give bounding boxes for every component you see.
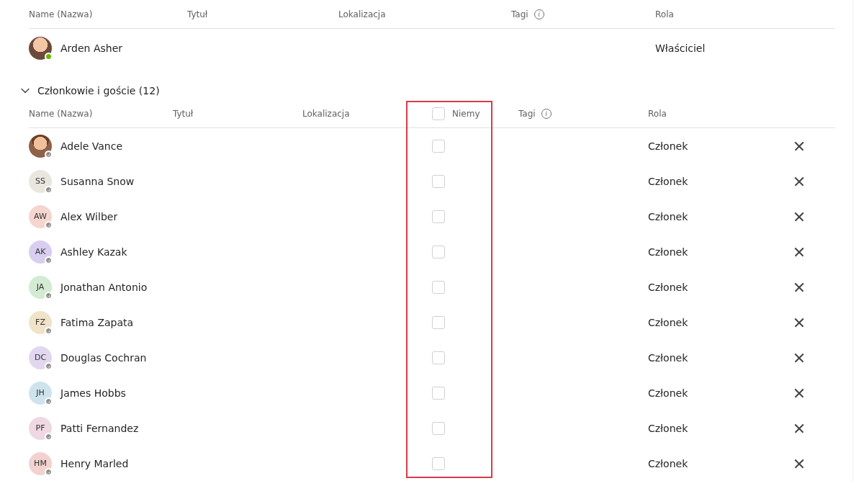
avatar[interactable]: JH: [29, 382, 52, 405]
header-mute-label: Niemy: [452, 109, 480, 119]
header-mute[interactable]: Niemy: [432, 107, 518, 120]
info-icon[interactable]: i: [541, 109, 552, 119]
member-role[interactable]: Członek: [648, 211, 778, 222]
remove-member-button[interactable]: [792, 386, 806, 400]
members-section-label: Członkowie i goście (12): [37, 85, 160, 96]
member-name: Ashley Kazak: [60, 246, 127, 258]
remove-member-button[interactable]: [792, 139, 806, 153]
member-mute-cell: [432, 387, 518, 400]
table-row[interactable]: FZFatima ZapataCzłonek: [29, 305, 835, 340]
remove-member-button[interactable]: [792, 245, 806, 259]
avatar[interactable]: AW: [29, 205, 52, 228]
presence-offline-icon: [45, 327, 53, 335]
members-table: Name (Nazwa) Tytuł Lokalizacja Niemy Tag…: [29, 99, 835, 481]
table-row[interactable]: JAJonathan AntonioCzłonek: [29, 269, 835, 305]
member-role[interactable]: Członek: [648, 140, 778, 152]
mute-checkbox[interactable]: [432, 351, 445, 364]
member-mute-cell: [432, 175, 518, 188]
info-icon[interactable]: i: [534, 9, 544, 19]
remove-member-button[interactable]: [792, 351, 806, 365]
scrollbar[interactable]: [852, 0, 863, 481]
avatar[interactable]: JA: [29, 276, 52, 299]
member-role[interactable]: Członek: [648, 176, 778, 187]
member-mute-cell: [432, 351, 518, 364]
remove-member-button[interactable]: [792, 456, 806, 471]
avatar[interactable]: HM: [29, 452, 52, 475]
member-role[interactable]: Członek: [648, 317, 778, 328]
member-mute-cell: [432, 422, 518, 435]
member-mute-cell: [432, 210, 518, 223]
header-role[interactable]: Rola: [655, 9, 770, 19]
remove-member-button[interactable]: [792, 174, 806, 189]
table-row[interactable]: DCDouglas CochranCzłonek: [29, 340, 835, 375]
avatar[interactable]: SS: [29, 170, 52, 193]
member-role[interactable]: Członek: [648, 246, 778, 258]
mute-checkbox[interactable]: [432, 281, 445, 294]
member-name: Adele Vance: [60, 140, 122, 152]
member-role[interactable]: Członek: [648, 387, 778, 399]
member-name: Jonathan Antonio: [60, 282, 147, 293]
header-location[interactable]: Lokalizacja: [338, 9, 511, 19]
header-tags[interactable]: Tagi i: [518, 109, 648, 119]
mute-checkbox[interactable]: [432, 246, 445, 258]
presence-offline-icon: [45, 468, 53, 476]
table-row[interactable]: HMHenry MarledCzłonek: [29, 446, 835, 481]
table-row[interactable]: Adele VanceCzłonek: [29, 128, 835, 163]
member-name: Henry Marled: [60, 458, 128, 469]
member-name: Fatima Zapata: [60, 317, 133, 328]
avatar[interactable]: AK: [29, 240, 52, 264]
remove-member-button[interactable]: [792, 280, 806, 294]
header-location[interactable]: Lokalizacja: [302, 109, 432, 119]
avatar[interactable]: PF: [29, 417, 52, 440]
table-row[interactable]: AKAshley KazakCzłonek: [29, 234, 835, 269]
mute-checkbox[interactable]: [432, 175, 445, 188]
member-name: Douglas Cochran: [60, 352, 146, 364]
mute-all-checkbox[interactable]: [432, 107, 445, 120]
avatar[interactable]: [29, 135, 52, 158]
member-role[interactable]: Członek: [648, 458, 778, 469]
presence-offline-icon: [45, 397, 53, 405]
member-name: Susanna Snow: [60, 176, 134, 187]
owner-name: Arden Asher: [60, 42, 122, 54]
header-name[interactable]: Name (Nazwa): [29, 109, 173, 119]
table-row[interactable]: SSSusanna SnowCzłonek: [29, 163, 835, 199]
mute-checkbox[interactable]: [432, 387, 445, 400]
avatar[interactable]: FZ: [29, 311, 52, 334]
member-mute-cell: [432, 316, 518, 329]
members-section-toggle[interactable]: Członkowie i goście (12): [14, 68, 850, 99]
presence-offline-icon: [45, 362, 53, 370]
owner-role[interactable]: Właściciel: [655, 42, 770, 54]
owner-row[interactable]: Arden Asher Właściciel: [29, 29, 835, 68]
table-row[interactable]: JHJames HobbsCzłonek: [29, 375, 835, 410]
member-role[interactable]: Członek: [648, 423, 778, 434]
mute-checkbox[interactable]: [432, 457, 445, 470]
member-role[interactable]: Członek: [648, 352, 778, 364]
chevron-down-icon: [20, 86, 30, 96]
header-tags-label: Tagi: [511, 9, 528, 19]
mute-checkbox[interactable]: [432, 316, 445, 329]
member-name: Alex Wilber: [60, 211, 117, 222]
member-mute-cell: [432, 281, 518, 294]
table-row[interactable]: AWAlex WilberCzłonek: [29, 199, 835, 234]
remove-member-button[interactable]: [792, 210, 806, 224]
mute-checkbox[interactable]: [432, 140, 445, 153]
mute-checkbox[interactable]: [432, 210, 445, 223]
mute-checkbox[interactable]: [432, 422, 445, 435]
presence-offline-icon: [45, 292, 53, 300]
presence-offline-icon: [45, 256, 53, 264]
table-row[interactable]: PFPatti FernandezCzłonek: [29, 410, 835, 446]
remove-member-button[interactable]: [792, 421, 806, 436]
presence-offline-icon: [45, 221, 53, 229]
team-members-panel: Name (Nazwa) Tytuł Lokalizacja Tagi i Ro…: [0, 0, 864, 481]
remove-member-button[interactable]: [792, 315, 806, 330]
header-title[interactable]: Tytuł: [173, 109, 302, 119]
presence-offline-icon: [45, 433, 53, 441]
avatar[interactable]: DC: [29, 346, 52, 369]
presence-available-icon: [45, 53, 53, 60]
header-title[interactable]: Tytuł: [187, 9, 338, 19]
avatar[interactable]: [29, 37, 52, 60]
header-tags[interactable]: Tagi i: [511, 9, 655, 19]
header-role[interactable]: Rola: [648, 109, 778, 119]
header-name[interactable]: Name (Nazwa): [29, 9, 187, 19]
member-role[interactable]: Członek: [648, 282, 778, 293]
